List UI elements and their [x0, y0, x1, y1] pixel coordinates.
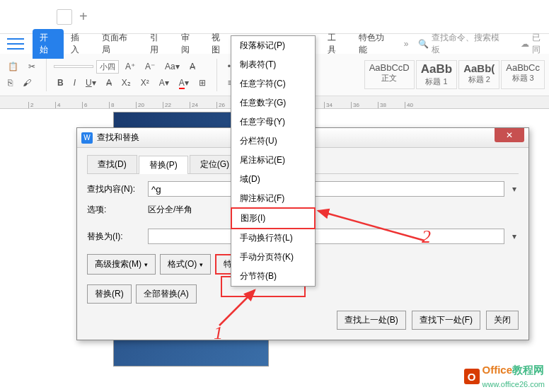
- menu-item-11[interactable]: 手动分页符(K): [231, 248, 315, 267]
- clear-format-icon[interactable]: A̶: [186, 59, 199, 74]
- underline-icon[interactable]: U▾: [82, 76, 100, 90]
- find-label: 查找内容(N):: [87, 183, 142, 195]
- menu-item-4[interactable]: 任意字母(Y): [231, 113, 315, 132]
- watermark: O Office教程网 www.office26.com: [464, 364, 545, 389]
- find-next-button[interactable]: 查找下一处(F): [412, 311, 480, 330]
- italic-icon[interactable]: I: [70, 76, 79, 90]
- menu-item-10[interactable]: 手动换行符(L): [231, 229, 315, 248]
- search-icon: 🔍: [418, 39, 429, 49]
- ribbon-tab-review[interactable]: 审阅: [174, 29, 205, 59]
- ribbon-tab-special[interactable]: 特色功能: [352, 29, 400, 59]
- style-gallery: AaBbCcD 正文 AaBb 标题 1 AaBb( 标题 2 AaBbCc 标…: [364, 60, 545, 89]
- style-h1[interactable]: AaBb 标题 1: [416, 60, 457, 89]
- menu-item-0[interactable]: 段落标记(P): [231, 36, 315, 55]
- find-input[interactable]: [148, 181, 504, 197]
- ribbon-more[interactable]: »: [400, 39, 413, 49]
- menu-item-12[interactable]: 分节符(B): [231, 267, 315, 286]
- annotation-number-1: 1: [214, 323, 223, 344]
- menu-item-7[interactable]: 域(D): [231, 170, 315, 189]
- ribbon-search[interactable]: 🔍 查找命令、搜索模板: [418, 32, 508, 56]
- options-value: 区分全/半角: [148, 204, 192, 216]
- advanced-search-button[interactable]: 高级搜索(M)▾: [87, 254, 156, 275]
- app-icon: W: [81, 132, 93, 144]
- dialog-close-button[interactable]: ✕: [495, 128, 524, 142]
- strike-icon[interactable]: A̶: [103, 76, 115, 90]
- replace-button[interactable]: 替换(R): [87, 284, 132, 304]
- menu-item-8[interactable]: 脚注标记(F): [231, 189, 315, 208]
- app-menu-icon[interactable]: [7, 38, 24, 50]
- replace-input[interactable]: [148, 229, 504, 244]
- cloud-icon: ☁: [521, 39, 529, 49]
- cut-icon[interactable]: ✂: [25, 59, 39, 74]
- tab-replace[interactable]: 替换(P): [139, 156, 188, 174]
- ribbon-tab-home[interactable]: 开始: [33, 29, 64, 59]
- annotation-number-2: 2: [422, 226, 431, 248]
- style-h3[interactable]: AaBbCc 标题 3: [501, 60, 545, 89]
- ribbon-tab-references[interactable]: 引用: [143, 29, 174, 59]
- office-logo-icon: O: [464, 369, 480, 384]
- ribbon-tab-insert[interactable]: 插入: [64, 29, 95, 59]
- grow-font-icon[interactable]: A⁺: [122, 59, 139, 74]
- change-case-icon[interactable]: Aa▾: [161, 59, 183, 74]
- special-format-menu: 段落标记(P)制表符(T)任意字符(C)任意数字(G)任意字母(Y)分栏符(U)…: [231, 35, 316, 287]
- close-button[interactable]: 关闭: [486, 311, 519, 330]
- menu-item-5[interactable]: 分栏符(U): [231, 132, 315, 151]
- find-prev-button[interactable]: 查找上一处(B): [337, 311, 406, 330]
- menu-item-6[interactable]: 尾注标记(E): [231, 151, 315, 170]
- ribbon-tab-tools[interactable]: 工具: [320, 29, 352, 59]
- border-icon[interactable]: ⊞: [195, 76, 209, 90]
- sync-status[interactable]: ☁ 已同: [521, 32, 549, 56]
- ribbon-tab-layout[interactable]: 页面布局: [95, 29, 143, 59]
- bold-icon[interactable]: B: [54, 76, 67, 90]
- menu-item-3[interactable]: 任意数字(G): [231, 93, 315, 113]
- highlight-icon[interactable]: A▾: [156, 76, 173, 90]
- format-button[interactable]: 格式(O)▾: [160, 254, 211, 275]
- subscript-icon[interactable]: X₂: [118, 76, 134, 90]
- menu-item-2[interactable]: 任意字符(C): [231, 74, 315, 93]
- menu-item-1[interactable]: 制表符(T): [231, 55, 315, 74]
- tab-find[interactable]: 查找(D): [87, 155, 137, 173]
- font-family-select[interactable]: [54, 65, 93, 68]
- font-color-icon[interactable]: A▾: [175, 76, 192, 90]
- search-placeholder: 查找命令、搜索模板: [432, 32, 508, 56]
- paste-icon[interactable]: 📋: [4, 59, 22, 74]
- font-size-select[interactable]: 小四: [96, 60, 119, 74]
- style-h2[interactable]: AaBb( 标题 2: [458, 60, 499, 89]
- superscript-icon[interactable]: X²: [137, 76, 153, 90]
- options-label: 选项:: [87, 204, 142, 216]
- replace-dropdown-icon[interactable]: ▾: [510, 231, 519, 241]
- document-tab[interactable]: [57, 9, 72, 25]
- copy-icon[interactable]: ⎘: [4, 76, 16, 90]
- menu-item-9[interactable]: 图形(I): [231, 207, 316, 229]
- replace-label: 替换为(I):: [87, 231, 142, 243]
- replace-all-button[interactable]: 全部替换(A): [136, 284, 197, 304]
- format-painter-icon[interactable]: 🖌: [19, 76, 35, 90]
- shrink-font-icon[interactable]: A⁻: [141, 59, 158, 74]
- style-normal[interactable]: AaBbCcD 正文: [364, 60, 415, 89]
- find-dropdown-icon[interactable]: ▾: [510, 184, 519, 194]
- new-tab-button[interactable]: +: [79, 8, 88, 25]
